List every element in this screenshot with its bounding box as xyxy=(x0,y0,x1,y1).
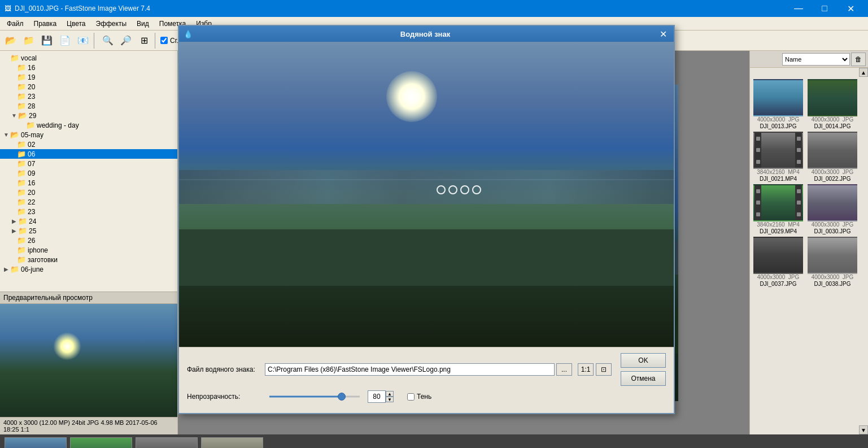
tree-item-20a[interactable]: 📁 20 xyxy=(0,82,177,92)
fit-btn[interactable]: ⊡ xyxy=(596,363,612,376)
scroll-down-btn[interactable]: ▼ xyxy=(859,425,868,434)
tree-item-23a[interactable]: 📁 23 xyxy=(0,92,177,101)
ok-button[interactable]: OK xyxy=(621,353,666,368)
maximize-button[interactable]: □ xyxy=(812,0,838,17)
watermark-file-input[interactable] xyxy=(265,363,555,376)
toolbar-zoomout-btn[interactable]: 🔎 xyxy=(117,33,134,49)
tree-label: 20 xyxy=(28,83,35,91)
thumb-name: DJI_0014.JPG xyxy=(814,123,850,129)
folder-icon: 📁 xyxy=(10,54,19,62)
film-strip-right xyxy=(795,133,802,168)
tree-item-02[interactable]: 📁 02 xyxy=(0,140,177,149)
tree-item-28[interactable]: 📁 28 xyxy=(0,101,177,111)
browse-button[interactable]: ... xyxy=(556,363,572,376)
thumb-size: 4000x3000 JPG xyxy=(812,274,854,280)
tree-item-zagotovki[interactable]: 📁 заготовки xyxy=(0,255,177,264)
shadow-checkbox-label[interactable]: Тень xyxy=(407,393,431,401)
tree-item-24[interactable]: ▶ 📁 24 xyxy=(0,216,177,226)
tree-label: 20 xyxy=(28,189,35,197)
wm-handle-dot-4 xyxy=(472,185,481,194)
thumbnail-dji0014[interactable]: 4000x3000 JPG DJI_0014.JPG xyxy=(806,79,858,129)
watermark-dialog[interactable]: 💧 Водяной знак ✕ Файл водяного xyxy=(178,25,675,414)
thumbnail-dji0038[interactable]: 4000x3000 JPG DJI_0038.JPG xyxy=(806,237,858,287)
watermark-position-handle[interactable] xyxy=(437,185,481,194)
thumbnail-dji0029[interactable]: 3840x2160 MP4 DJI_0029.MP4 xyxy=(752,184,804,234)
tree-item-wedding[interactable]: 📁 wedding - day xyxy=(0,120,177,130)
strip-thumb-4[interactable] xyxy=(201,437,263,448)
preview-area xyxy=(0,304,177,417)
tree-item-19[interactable]: 📁 19 xyxy=(0,72,177,82)
tree-item-29[interactable]: ▼ 📂 29 xyxy=(0,111,177,120)
folder-icon: 📁 xyxy=(17,102,26,110)
thumb-name: DJI_0022.JPG xyxy=(814,176,850,182)
minimize-button[interactable]: — xyxy=(786,0,812,17)
close-button[interactable]: ✕ xyxy=(838,0,863,17)
film-hole xyxy=(797,189,801,193)
scroll-up-btn[interactable]: ▲ xyxy=(859,68,868,77)
spin-down[interactable]: ▼ xyxy=(386,397,394,402)
opacity-slider[interactable] xyxy=(269,392,360,401)
menu-view[interactable]: Вид xyxy=(132,19,154,29)
tree-item-iphone[interactable]: 📁 iphone xyxy=(0,245,177,255)
toolbar-email-btn[interactable]: 📧 xyxy=(75,33,91,49)
thumb-size: 3840x2160 MP4 xyxy=(757,169,800,175)
thumbnail-dji0022[interactable]: 4000x3000 JPG DJI_0022.JPG xyxy=(806,132,858,182)
tree-label: 06 xyxy=(28,150,35,158)
thumb-size: 4000x3000 JPG xyxy=(757,274,800,280)
tree-item-07[interactable]: 📁 07 xyxy=(0,159,177,168)
tree-label: vocal xyxy=(21,54,37,62)
tree-item-22[interactable]: 📁 22 xyxy=(0,197,177,207)
toolbar-folder-btn[interactable]: 📁 xyxy=(20,33,37,49)
title-text: 🖼 DJI_0010.JPG - FastStone Image Viewer … xyxy=(5,5,150,12)
folder-icon: 📂 xyxy=(10,131,19,139)
opacity-value[interactable]: 80 xyxy=(368,390,386,403)
toolbar-save-btn[interactable]: 💾 xyxy=(38,33,55,49)
film-hole xyxy=(756,137,760,141)
tree-item-09[interactable]: 📁 09 xyxy=(0,168,177,178)
folder-icon: 📁 xyxy=(17,82,26,91)
delete-btn[interactable]: 🗑 xyxy=(851,53,866,66)
toolbar-open-btn[interactable]: 📂 xyxy=(2,33,19,49)
film-hole xyxy=(797,201,801,205)
tree-item-16a[interactable]: 📁 16 xyxy=(0,63,177,72)
strip-thumb-2[interactable] xyxy=(70,437,132,448)
tree-label: 23 xyxy=(28,93,35,101)
preview-label: Предварительный просмотр xyxy=(0,292,177,304)
tree-item-20b[interactable]: 📁 20 xyxy=(0,188,177,197)
tree-item-vocal[interactable]: 📁 vocal xyxy=(0,53,177,63)
tree-item-06-selected[interactable]: 📁 06 xyxy=(0,149,177,159)
spin-up[interactable]: ▲ xyxy=(386,391,394,397)
thumbnail-dji0037[interactable]: 4000x3000 JPG DJI_0037.JPG xyxy=(752,237,804,287)
sort-dropdown[interactable]: Name Date Size xyxy=(782,53,850,66)
dialog-close-button[interactable]: ✕ xyxy=(658,28,669,40)
thumbnail-dji0030[interactable]: 4000x3000 JPG DJI_0030.JPG xyxy=(806,184,858,234)
dialog-title-text: Водяной знак xyxy=(400,30,450,38)
shadow-checkbox[interactable] xyxy=(407,393,415,401)
toolbar-saveas-btn[interactable]: 📄 xyxy=(56,33,73,49)
slider-thumb[interactable] xyxy=(338,393,346,401)
cancel-button[interactable]: Отмена xyxy=(621,371,666,386)
menu-effects[interactable]: Эффекты xyxy=(91,19,132,29)
strip-thumb-1[interactable] xyxy=(5,437,67,448)
tree-label: 29 xyxy=(29,112,36,120)
strip-thumb-3[interactable] xyxy=(136,437,198,448)
menu-edit[interactable]: Правка xyxy=(29,19,62,29)
tree-item-05may[interactable]: ▼ 📂 05-may xyxy=(0,130,177,140)
toolbar-zoomin-btn[interactable]: 🔍 xyxy=(99,33,116,49)
ratio-1to1-btn[interactable]: 1:1 xyxy=(578,363,594,376)
tree-label: 19 xyxy=(28,73,35,81)
tree-item-16b[interactable]: 📁 16 xyxy=(0,178,177,188)
tree-item-25[interactable]: ▶ 📁 25 xyxy=(0,226,177,236)
smooth-checkbox[interactable] xyxy=(160,37,168,44)
toolbar-fit-btn[interactable]: ⊞ xyxy=(136,33,152,49)
thumb-image xyxy=(808,184,857,221)
tree-item-06june[interactable]: ▶ 📁 06-june xyxy=(0,264,177,274)
menu-file[interactable]: Файл xyxy=(2,19,28,29)
thumbnail-dji0021[interactable]: 3840x2160 MP4 DJI_0021.MP4 xyxy=(752,132,804,182)
left-panel: 📁 vocal 📁 16 📁 19 📁 20 📁 23 📁 28 xyxy=(0,51,178,434)
tree-item-26[interactable]: 📁 26 xyxy=(0,236,177,245)
menu-colors[interactable]: Цвета xyxy=(62,19,90,29)
thumbnail-dji0013[interactable]: 4000x3000 JPG DJI_0013.JPG xyxy=(752,79,804,129)
tree-item-23b[interactable]: 📁 23 xyxy=(0,207,177,216)
tree-label: 23 xyxy=(28,208,35,216)
